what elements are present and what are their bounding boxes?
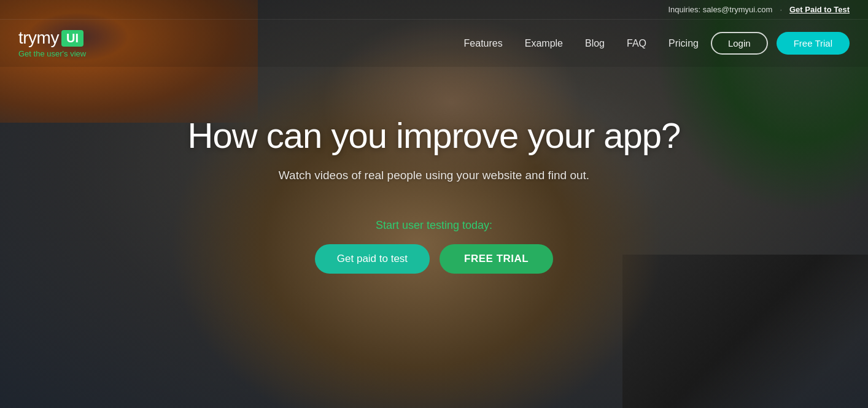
nav-pricing[interactable]: Pricing xyxy=(668,38,699,49)
login-button[interactable]: Login xyxy=(711,32,768,55)
logo-text: trymy UI xyxy=(18,28,86,48)
nav-links: Features Example Blog FAQ Pricing xyxy=(464,38,699,49)
navbar: trymy UI Get the user's view Features Ex… xyxy=(0,20,868,67)
logo-tagline: Get the user's view xyxy=(18,49,86,58)
hero-subtitle: Watch videos of real people using your w… xyxy=(12,169,856,182)
nav-features[interactable]: Features xyxy=(464,38,503,49)
separator: · xyxy=(780,5,782,14)
get-paid-button[interactable]: Get paid to test xyxy=(315,244,430,274)
free-trial-nav-button[interactable]: Free Trial xyxy=(777,32,850,55)
hero-cta-label: Start user testing today: xyxy=(12,219,856,232)
logo-area[interactable]: trymy UI Get the user's view xyxy=(18,28,86,58)
hero-buttons: Get paid to test FREE TRIAL xyxy=(12,244,856,274)
nav-example[interactable]: Example xyxy=(525,38,563,49)
hero-title: How can you improve your app? xyxy=(12,116,856,155)
free-trial-hero-button[interactable]: FREE TRIAL xyxy=(440,244,553,274)
nav-blog[interactable]: Blog xyxy=(585,38,605,49)
hero-content: How can you improve your app? Watch vide… xyxy=(0,67,868,298)
nav-faq[interactable]: FAQ xyxy=(627,38,646,49)
top-bar: Inquiries: sales@trymyui.com · Get Paid … xyxy=(0,0,868,20)
nav-actions: Login Free Trial xyxy=(711,32,850,55)
logo-ui-badge: UI xyxy=(61,30,83,47)
inquiries-text: Inquiries: sales@trymyui.com xyxy=(668,5,772,14)
get-paid-link[interactable]: Get Paid to Test xyxy=(789,5,850,14)
logo-trymy: trymy xyxy=(18,28,59,48)
